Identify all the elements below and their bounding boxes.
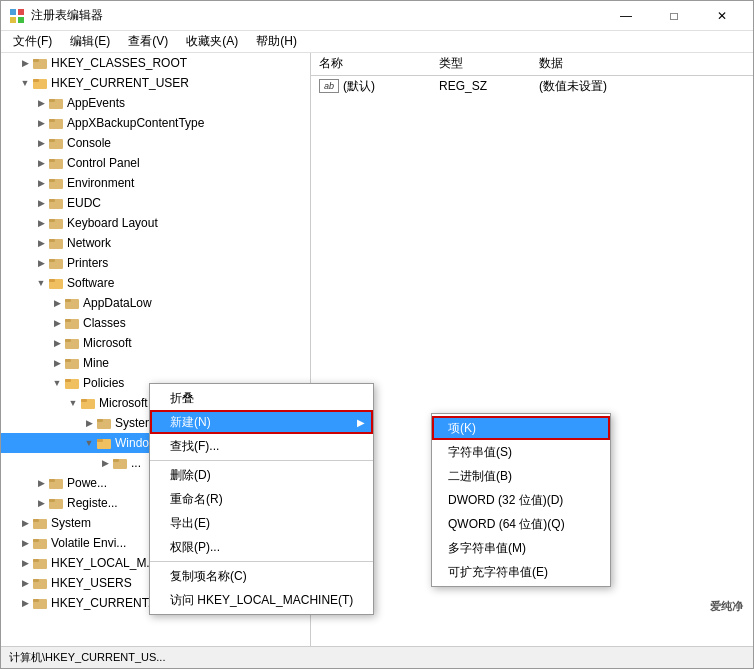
svg-rect-15	[49, 159, 55, 162]
tree-node-printers[interactable]: ▶ Printers	[1, 253, 310, 273]
expander-policies-microsoft: ▼	[65, 395, 81, 411]
svg-rect-39	[81, 399, 87, 402]
title-bar-buttons: — □ ✕	[603, 1, 745, 31]
registry-table: 名称 类型 数据 ab (默认) REG_SZ	[311, 53, 753, 97]
folder-icon-registered	[49, 496, 65, 510]
svg-rect-17	[49, 179, 55, 182]
svg-rect-1	[18, 9, 24, 15]
ctx-export[interactable]: 导出(E)	[150, 511, 373, 535]
expander-appdatalow: ▶	[49, 295, 65, 311]
menu-help[interactable]: 帮助(H)	[248, 31, 305, 52]
tree-node-classes[interactable]: ▶ Classes	[1, 313, 310, 333]
table-row[interactable]: ab (默认) REG_SZ (数值未设置)	[311, 75, 753, 97]
svg-rect-33	[65, 339, 71, 342]
submenu-item-string[interactable]: 字符串值(S)	[432, 440, 610, 464]
svg-rect-43	[97, 439, 103, 442]
node-label-appxbackup: AppXBackupContentType	[67, 116, 204, 130]
node-label-controlpanel: Control Panel	[67, 156, 140, 170]
svg-rect-21	[49, 219, 55, 222]
folder-icon-software	[49, 276, 65, 290]
tree-node-controlpanel[interactable]: ▶ Control Panel	[1, 153, 310, 173]
minimize-button[interactable]: —	[603, 1, 649, 31]
expander-console: ▶	[33, 135, 49, 151]
expander-windows-sub: ▶	[97, 455, 113, 471]
svg-rect-47	[49, 479, 55, 482]
svg-rect-3	[18, 17, 24, 23]
node-label-software: Software	[67, 276, 114, 290]
submenu-item-expandstring[interactable]: 可扩充字符串值(E)	[432, 560, 610, 584]
expander-hklm: ▶	[17, 555, 33, 571]
node-label-classes: Classes	[83, 316, 126, 330]
folder-icon-system	[33, 516, 49, 530]
ctx-rename[interactable]: 重命名(R)	[150, 487, 373, 511]
tree-node-software[interactable]: ▼ Software	[1, 273, 310, 293]
node-label-microsoft-sw: Microsoft	[83, 336, 132, 350]
ctx-collapse[interactable]: 折叠	[150, 386, 373, 410]
col-name: 名称	[311, 53, 431, 75]
svg-rect-19	[49, 199, 55, 202]
submenu-item-dword[interactable]: DWORD (32 位值)(D)	[432, 488, 610, 512]
submenu-item-multistring[interactable]: 多字符串值(M)	[432, 536, 610, 560]
folder-icon-power	[49, 476, 65, 490]
node-label-hkcu: HKEY_CURRENT_USER	[51, 76, 189, 90]
expander-hku: ▶	[17, 575, 33, 591]
submenu-item-binary[interactable]: 二进制值(B)	[432, 464, 610, 488]
tree-node-microsoft-sw[interactable]: ▶ Microsoft	[1, 333, 310, 353]
expander-hkcc: ▶	[17, 595, 33, 611]
expander-mine: ▶	[49, 355, 65, 371]
tree-node-network[interactable]: ▶ Network	[1, 233, 310, 253]
tree-node-mine[interactable]: ▶ Mine	[1, 353, 310, 373]
folder-icon-hku	[33, 576, 49, 590]
close-button[interactable]: ✕	[699, 1, 745, 31]
tree-node-environment[interactable]: ▶ Environment	[1, 173, 310, 193]
menu-view[interactable]: 查看(V)	[120, 31, 176, 52]
ctx-find[interactable]: 查找(F)...	[150, 434, 373, 458]
tree-node-hkcr[interactable]: ▶ HKEY_CLASSES_ROOT	[1, 53, 310, 73]
submenu-item-qword[interactable]: QWORD (64 位值)(Q)	[432, 512, 610, 536]
tree-node-keyboardlayout[interactable]: ▶ Keyboard Layout	[1, 213, 310, 233]
tree-node-hkcu[interactable]: ▼ HKEY_CURRENT_USER	[1, 73, 310, 93]
ctx-copy-name[interactable]: 复制项名称(C)	[150, 564, 373, 588]
svg-rect-5	[33, 59, 39, 62]
tree-node-appdatalow[interactable]: ▶ AppDataLow	[1, 293, 310, 313]
ctx-new[interactable]: 新建(N) ▶	[150, 410, 373, 434]
submenu-arrow-new: ▶	[357, 417, 365, 428]
node-label-policies: Policies	[83, 376, 124, 390]
ctx-delete[interactable]: 删除(D)	[150, 463, 373, 487]
node-label-appdatalow: AppDataLow	[83, 296, 152, 310]
col-type: 类型	[431, 53, 531, 75]
menu-favorites[interactable]: 收藏夹(A)	[178, 31, 246, 52]
expander-keyboardlayout: ▶	[33, 215, 49, 231]
window-title: 注册表编辑器	[31, 7, 103, 24]
tree-node-appevents[interactable]: ▶ AppEvents	[1, 93, 310, 113]
expander-windows: ▼	[81, 435, 97, 451]
tree-node-console[interactable]: ▶ Console	[1, 133, 310, 153]
svg-rect-45	[113, 459, 119, 462]
expander-printers: ▶	[33, 255, 49, 271]
svg-rect-2	[10, 17, 16, 23]
expander-systemcerts: ▶	[81, 415, 97, 431]
tree-node-appxbackup[interactable]: ▶ AppXBackupContentType	[1, 113, 310, 133]
folder-icon-controlpanel	[49, 156, 65, 170]
node-label-hkcr: HKEY_CLASSES_ROOT	[51, 56, 187, 70]
node-label-network: Network	[67, 236, 111, 250]
folder-icon-network	[49, 236, 65, 250]
menu-file[interactable]: 文件(F)	[5, 31, 60, 52]
menu-edit[interactable]: 编辑(E)	[62, 31, 118, 52]
tree-node-eudc[interactable]: ▶ EUDC	[1, 193, 310, 213]
submenu: 项(K) 字符串值(S) 二进制值(B) DWORD (32 位值)(D) QW…	[431, 413, 611, 587]
ctx-permissions[interactable]: 权限(P)...	[150, 535, 373, 559]
submenu-item-key[interactable]: 项(K)	[432, 416, 610, 440]
ctx-access-hklm[interactable]: 访问 HKEY_LOCAL_MACHINE(T)	[150, 588, 373, 612]
svg-rect-23	[49, 239, 55, 242]
expander-software: ▼	[33, 275, 49, 291]
expander-registered: ▶	[33, 495, 49, 511]
maximize-button[interactable]: □	[651, 1, 697, 31]
folder-icon-mine	[65, 356, 81, 370]
ctx-separator-2	[150, 561, 373, 562]
svg-rect-51	[33, 519, 39, 522]
watermark: 爱纯净	[704, 597, 749, 616]
svg-rect-57	[33, 579, 39, 582]
svg-rect-37	[65, 379, 71, 382]
node-label-environment: Environment	[67, 176, 134, 190]
